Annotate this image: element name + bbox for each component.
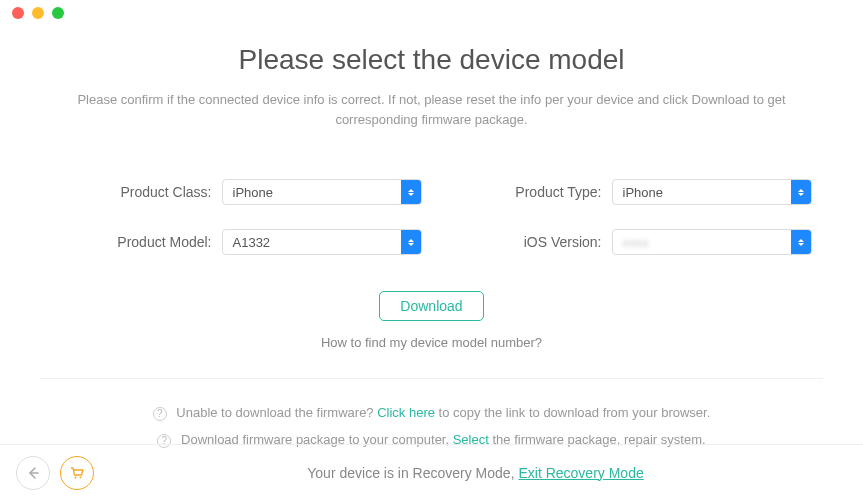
window-titlebar [0,0,863,26]
device-form: Product Class: iPhone Product Type: iPho… [40,179,823,255]
chevron-updown-icon [791,230,811,254]
product-type-value: iPhone [623,185,663,200]
tip-line-1: ? Unable to download the firmware? Click… [40,399,823,426]
chevron-updown-icon [401,180,421,204]
ios-version-label: iOS Version: [422,234,612,250]
product-class-select[interactable]: iPhone [222,179,422,205]
product-class-value: iPhone [233,185,273,200]
window-maximize-button[interactable] [52,7,64,19]
svg-point-0 [75,476,77,478]
arrow-left-icon [25,465,41,481]
click-here-link[interactable]: Click here [377,405,435,420]
footer-bar: Your device is in Recovery Mode, Exit Re… [0,444,863,500]
exit-recovery-link[interactable]: Exit Recovery Mode [518,465,643,481]
page-subtitle: Please confirm if the connected device i… [72,90,792,129]
product-class-label: Product Class: [52,184,222,200]
back-button[interactable] [16,456,50,490]
svg-point-1 [80,476,82,478]
footer-status: Your device is in Recovery Mode, Exit Re… [104,465,847,481]
cart-button[interactable] [60,456,94,490]
product-type-select[interactable]: iPhone [612,179,812,205]
ios-version-select[interactable]: xxxx [612,229,812,255]
question-icon: ? [153,407,167,421]
window-close-button[interactable] [12,7,24,19]
product-type-label: Product Type: [422,184,612,200]
product-model-value: A1332 [233,235,271,250]
window-minimize-button[interactable] [32,7,44,19]
product-model-label: Product Model: [52,234,222,250]
download-button[interactable]: Download [379,291,483,321]
product-model-select[interactable]: A1332 [222,229,422,255]
cart-icon [69,465,85,481]
divider [40,378,823,379]
chevron-updown-icon [791,180,811,204]
chevron-updown-icon [401,230,421,254]
help-link[interactable]: How to find my device model number? [40,335,823,350]
page-title: Please select the device model [40,44,823,76]
main-content: Please select the device model Please co… [0,26,863,454]
ios-version-value: xxxx [623,235,649,250]
